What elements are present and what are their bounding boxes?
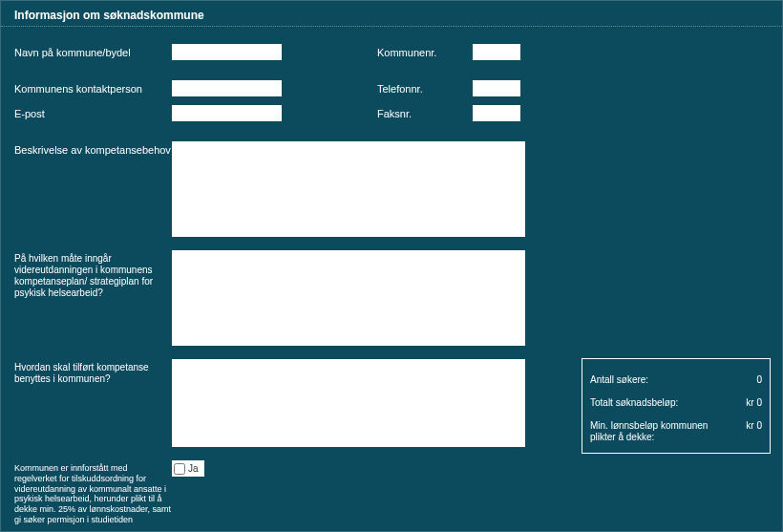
checkbox-wrap-ja[interactable]: Ja <box>172 460 204 477</box>
label-faks: Faksnr. <box>377 105 473 119</box>
label-epost: E-post <box>14 105 172 120</box>
label-beskrivelse: Beskrivelse av kompetansebehov <box>14 141 172 157</box>
input-faks[interactable] <box>473 105 520 121</box>
label-benyttes: Hvordan skal tilført kompetanse benyttes… <box>14 359 172 385</box>
label-kommune-navn: Navn på kommune/bydel <box>14 44 172 59</box>
label-innforstatt: Kommunen er innforstått med regelverket … <box>14 460 172 525</box>
summary-min-label: Min. lønnsbeløp kommunen plikter å dekke… <box>590 420 724 443</box>
label-kontaktperson: Kommunens kontaktperson <box>14 80 172 96</box>
label-telefon: Telefonnr. <box>377 80 473 95</box>
checkbox-ja[interactable] <box>174 463 185 475</box>
summary-antall-value: 0 <box>756 374 762 386</box>
input-kontaktperson[interactable] <box>172 80 282 96</box>
summary-total-label: Totalt søknadsbeløp: <box>590 397 678 409</box>
summary-box: Antall søkere: 0 Totalt søknadsbeløp: kr… <box>582 358 771 454</box>
input-telefon[interactable] <box>473 80 520 96</box>
summary-antall-label: Antall søkere: <box>590 374 648 386</box>
input-kommune-navn[interactable] <box>172 44 282 60</box>
checkbox-ja-label: Ja <box>188 463 199 474</box>
textarea-beskrivelse[interactable] <box>172 141 525 237</box>
textarea-plan[interactable] <box>172 250 525 346</box>
textarea-benyttes[interactable] <box>172 359 525 447</box>
label-plan: På hvilken måte inngår videreutdanningen… <box>14 250 172 299</box>
section-title: Informasjon om søknadskommune <box>14 9 204 22</box>
summary-min-value: kr 0 <box>746 420 762 443</box>
summary-total-value: kr 0 <box>746 397 762 409</box>
section-header: Informasjon om søknadskommune <box>1 1 782 27</box>
label-kommunenr: Kommunenr. <box>377 44 473 58</box>
input-epost[interactable] <box>172 105 282 121</box>
input-kommunenr[interactable] <box>473 44 520 60</box>
